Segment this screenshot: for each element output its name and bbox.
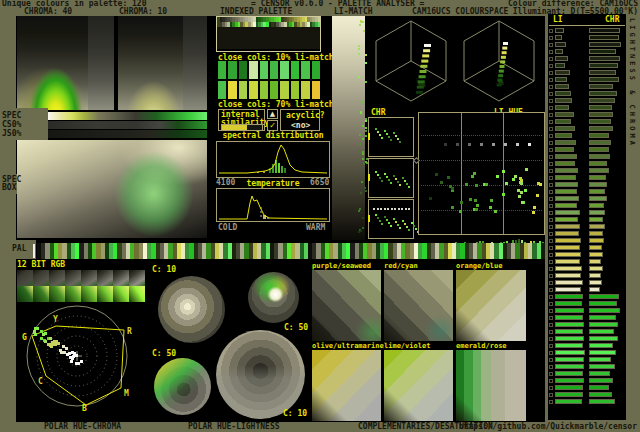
bar-key-box (549, 386, 553, 390)
bar-key-box (549, 274, 553, 278)
scatter-dot (435, 173, 438, 176)
li-match-dot (365, 190, 367, 192)
bar-key-box (549, 330, 553, 334)
li-bar (555, 350, 585, 355)
cube-stack-dot (424, 44, 431, 47)
chr-bar (589, 112, 613, 117)
bar-row (549, 28, 625, 35)
bar-row (549, 392, 625, 399)
chr-bar (589, 105, 612, 110)
li-bar (555, 294, 583, 299)
scatter-dot (517, 189, 520, 192)
github-url-link[interactable]: https://github.com/Quickmarble/censor (459, 423, 637, 431)
chr-bar (589, 336, 618, 341)
chr-bar (589, 91, 617, 96)
bar-key-box (549, 204, 553, 208)
bar-row (549, 203, 625, 210)
mini-scatter-dot (388, 179, 390, 181)
pal-cursor[interactable] (33, 244, 35, 258)
mini-scatter-dot (399, 141, 401, 143)
li-bar (555, 392, 583, 397)
comp-label-olive-ultramarine: olive/ultramarine (312, 343, 384, 350)
li-bar (555, 140, 576, 145)
js0-strip-label: JS0% (2, 130, 21, 138)
bar-key-box (549, 162, 553, 166)
bar-row (549, 252, 625, 259)
bar-key-box (549, 316, 553, 320)
bar-key-box (549, 393, 553, 397)
bar-key-box (549, 36, 553, 40)
hue-lightness-map-chroma10 (118, 16, 207, 110)
bar-key-box (549, 120, 553, 124)
li-match-dot (364, 187, 366, 189)
scatter-dot (469, 198, 472, 201)
cube-stack-dot (503, 42, 508, 45)
bar-key-box (549, 78, 553, 82)
polar-dot (54, 343, 57, 346)
polar-dot (75, 354, 78, 357)
similarity-progress-track (221, 124, 263, 131)
polar-lightness-circle-c10-a (158, 276, 225, 343)
chr-bar (589, 203, 604, 208)
scatter-box-3 (368, 199, 414, 239)
mini-scatter-dot (397, 181, 399, 183)
li-match-dot (363, 163, 365, 165)
li-bar (555, 168, 578, 173)
axis-tick (368, 215, 370, 222)
scatter-dot-gray (444, 143, 447, 146)
mini-scatter-dot (393, 132, 395, 134)
chroma10-label: CHROMA: 10 (119, 8, 167, 16)
comp-label-purple-seaweed: purple/seaweed (312, 263, 371, 270)
palette-preview-row2 (217, 22, 320, 27)
sidebar-vertical-caption: LIGHTNESS & CHROMA (628, 18, 636, 358)
scatter-dot (524, 189, 527, 192)
polar-dot (68, 352, 71, 355)
chr-bar (589, 182, 607, 187)
polar-light-c50-label-b: C: 50 (152, 350, 176, 358)
chr-bar (589, 119, 611, 124)
polar-dot (57, 342, 60, 345)
mini-scatter-dot (386, 219, 388, 221)
scatter-dot (473, 172, 476, 175)
scatter-dot (485, 183, 488, 186)
close-cols-70-label: close cols: 70% li-match (218, 101, 334, 109)
scroll-up-button[interactable]: ▲ (267, 109, 278, 119)
scatter-dot (440, 181, 443, 184)
acyclic-value[interactable]: <no> (291, 122, 310, 130)
scatter-dot (459, 210, 462, 213)
li-bar (555, 49, 563, 54)
temperature-curve (217, 189, 329, 221)
scatter-dot (532, 211, 535, 214)
li-bar (555, 63, 565, 68)
cube-stack-dot (500, 60, 505, 63)
mini-scatter-dot (375, 214, 377, 216)
polar-dot (40, 330, 43, 333)
close-colour-swatch (270, 81, 278, 99)
chr-bar (589, 168, 609, 173)
bar-row (549, 154, 625, 161)
mini-scatter-dot (390, 182, 392, 184)
polar-dot (63, 351, 66, 354)
polar-dot (34, 333, 37, 336)
check-button[interactable]: ✓ (267, 120, 278, 131)
chr-bar (589, 357, 611, 362)
pal-colour-strip[interactable] (37, 243, 545, 259)
li-bar (555, 308, 584, 313)
polar-light-c10-label-b: C: 10 (283, 410, 307, 418)
li-bar (555, 77, 567, 82)
mini-scatter-dot (384, 208, 386, 210)
close-colour-swatch (280, 81, 288, 99)
li-match-dot (361, 181, 363, 183)
mini-scatter-dot (379, 177, 381, 179)
spec-box-map (17, 140, 207, 238)
rgb12-tile (17, 286, 33, 302)
chr-bar (589, 84, 613, 89)
bar-row (549, 49, 625, 56)
mini-scatter-dot (377, 131, 379, 133)
li-bar (555, 126, 575, 131)
scatter-dot (525, 168, 528, 171)
li-bar (555, 301, 582, 306)
mini-scatter-dot (402, 177, 404, 179)
bar-row (549, 371, 625, 378)
scatter-dot-gray (492, 143, 495, 146)
